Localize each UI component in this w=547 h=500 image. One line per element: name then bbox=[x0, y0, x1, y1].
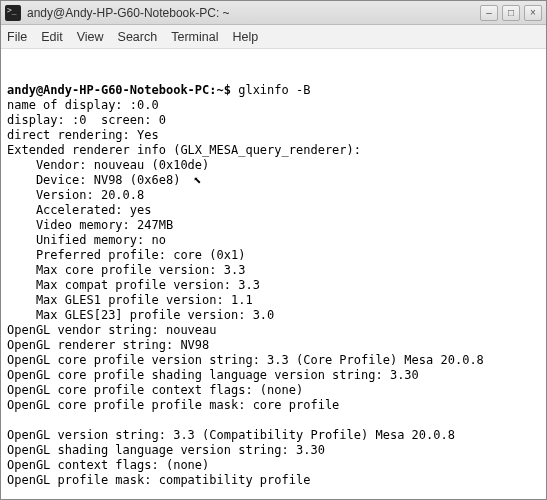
terminal-line: Max GLES1 profile version: 1.1 bbox=[7, 293, 540, 308]
terminal-line bbox=[7, 488, 540, 499]
terminal-line: Extended renderer info (GLX_MESA_query_r… bbox=[7, 143, 540, 158]
window-controls: – □ × bbox=[480, 5, 542, 21]
terminal-line: Max GLES[23] profile version: 3.0 bbox=[7, 308, 540, 323]
terminal-line bbox=[7, 413, 540, 428]
menu-terminal[interactable]: Terminal bbox=[171, 30, 218, 44]
menu-help[interactable]: Help bbox=[232, 30, 258, 44]
menu-file[interactable]: File bbox=[7, 30, 27, 44]
terminal-line: name of display: :0.0 bbox=[7, 98, 540, 113]
terminal-line: OpenGL core profile profile mask: core p… bbox=[7, 398, 540, 413]
terminal-line: Device: NV98 (0x6e8) bbox=[7, 173, 540, 188]
terminal-line: Preferred profile: core (0x1) bbox=[7, 248, 540, 263]
titlebar: andy@Andy-HP-G60-Notebook-PC: ~ – □ × bbox=[1, 1, 546, 25]
terminal-line: Unified memory: no bbox=[7, 233, 540, 248]
terminal-output[interactable]: andy@Andy-HP-G60-Notebook-PC:~$ glxinfo … bbox=[1, 49, 546, 499]
terminal-line: Video memory: 247MB bbox=[7, 218, 540, 233]
terminal-line: andy@Andy-HP-G60-Notebook-PC:~$ glxinfo … bbox=[7, 83, 540, 98]
terminal-line: Vendor: nouveau (0x10de) bbox=[7, 158, 540, 173]
terminal-line: Accelerated: yes bbox=[7, 203, 540, 218]
menu-search[interactable]: Search bbox=[118, 30, 158, 44]
terminal-line: OpenGL context flags: (none) bbox=[7, 458, 540, 473]
terminal-line: display: :0 screen: 0 bbox=[7, 113, 540, 128]
window-title: andy@Andy-HP-G60-Notebook-PC: ~ bbox=[27, 6, 480, 20]
terminal-line: Max core profile version: 3.3 bbox=[7, 263, 540, 278]
minimize-button[interactable]: – bbox=[480, 5, 498, 21]
terminal-line: OpenGL profile mask: compatibility profi… bbox=[7, 473, 540, 488]
close-button[interactable]: × bbox=[524, 5, 542, 21]
terminal-line: Max compat profile version: 3.3 bbox=[7, 278, 540, 293]
terminal-line: OpenGL renderer string: NV98 bbox=[7, 338, 540, 353]
terminal-line: OpenGL shading language version string: … bbox=[7, 443, 540, 458]
terminal-line: OpenGL vendor string: nouveau bbox=[7, 323, 540, 338]
maximize-button[interactable]: □ bbox=[502, 5, 520, 21]
terminal-line: OpenGL core profile version string: 3.3 … bbox=[7, 353, 540, 368]
terminal-line: direct rendering: Yes bbox=[7, 128, 540, 143]
shell-prompt: andy@Andy-HP-G60-Notebook-PC:~$ bbox=[7, 83, 238, 97]
shell-command: glxinfo -B bbox=[238, 83, 310, 97]
terminal-app-icon bbox=[5, 5, 21, 21]
terminal-line: OpenGL core profile shading language ver… bbox=[7, 368, 540, 383]
menubar: File Edit View Search Terminal Help bbox=[1, 25, 546, 49]
terminal-window: andy@Andy-HP-G60-Notebook-PC: ~ – □ × Fi… bbox=[0, 0, 547, 500]
menu-edit[interactable]: Edit bbox=[41, 30, 63, 44]
terminal-line: Version: 20.0.8 bbox=[7, 188, 540, 203]
terminal-line: OpenGL version string: 3.3 (Compatibilit… bbox=[7, 428, 540, 443]
terminal-line: OpenGL core profile context flags: (none… bbox=[7, 383, 540, 398]
menu-view[interactable]: View bbox=[77, 30, 104, 44]
